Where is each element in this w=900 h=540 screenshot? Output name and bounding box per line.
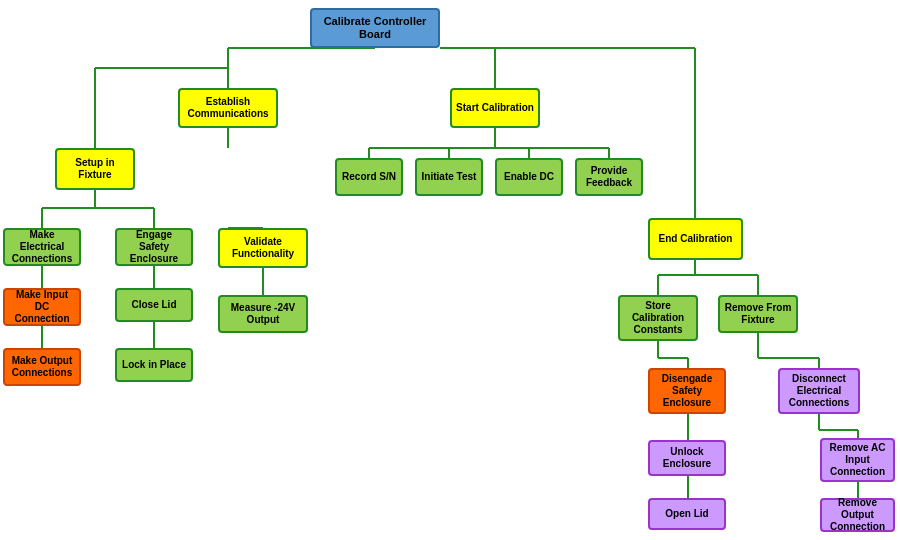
calibrate-node: Calibrate Controller Board [310,8,440,48]
engage-safety-node: Engage Safety Enclosure [115,228,193,266]
remove-fixture-node: Remove From Fixture [718,295,798,333]
remove-out-node: Remove Output Connection [820,498,895,532]
store-constants-node: Store Calibration Constants [618,295,698,341]
disconnect-elec-node: Disconnect Electrical Connections [778,368,860,414]
initiate-test-node: Initiate Test [415,158,483,196]
diagram-container: line, path, polyline { stroke: #228b22; … [0,0,900,540]
start-cal-node: Start Calibration [450,88,540,128]
make-output-node: Make Output Connections [3,348,81,386]
make-input-node: Make Input DC Connection [3,288,81,326]
close-lid-node: Close Lid [115,288,193,322]
measure-node: Measure -24V Output [218,295,308,333]
end-cal-node: End Calibration [648,218,743,260]
setup-fixture-node: Setup in Fixture [55,148,135,190]
unlock-enc-node: Unlock Enclosure [648,440,726,476]
lock-place-node: Lock in Place [115,348,193,382]
validate-func-node: Validate Functionality [218,228,308,268]
remove-ac-node: Remove AC Input Connection [820,438,895,482]
make-elec-node: Make Electrical Connections [3,228,81,266]
enable-dc-node: Enable DC [495,158,563,196]
disengage-safety-node: Disengade Safety Enclosure [648,368,726,414]
provide-feedback-node: Provide Feedback [575,158,643,196]
open-lid-node: Open Lid [648,498,726,530]
establish-comm-node: Establish Communications [178,88,278,128]
connector-lines: line, path, polyline { stroke: #228b22; … [0,0,900,540]
record-sn-node: Record S/N [335,158,403,196]
